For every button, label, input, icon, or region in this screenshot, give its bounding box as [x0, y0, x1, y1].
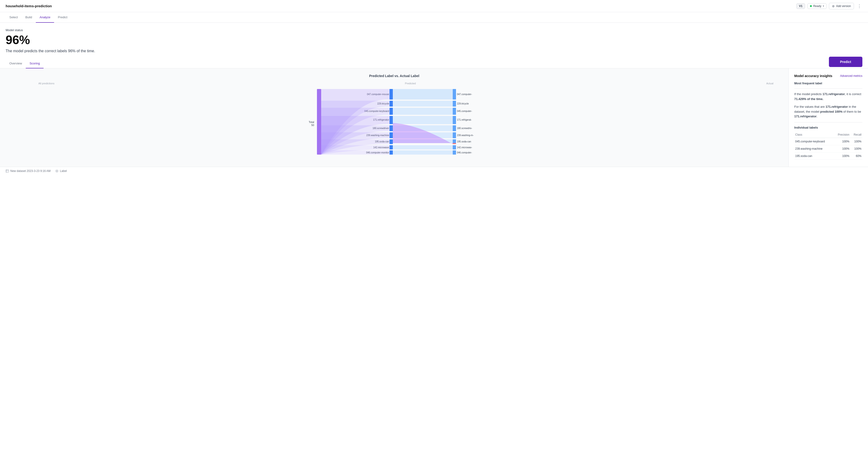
precision-cell: 100%	[834, 152, 850, 160]
model-status-label: Model status	[6, 28, 862, 32]
col-header-recall: Recall	[850, 132, 862, 138]
panel-header: Model accuracy insights Advanced metrics	[794, 74, 862, 78]
precision-cell: 100%	[834, 138, 850, 145]
nav-tabs: Select Build Analyze Predict	[0, 12, 868, 23]
model-description: The model predicts the correct labels 96…	[6, 49, 862, 53]
table-row: 239.washing-machine 100% 100%	[794, 145, 862, 152]
add-version-label: Add version	[836, 4, 851, 8]
svg-text:171.refrigerat-: 171.refrigerat-	[457, 119, 472, 121]
table-row: 195.soda-can 100% 60%	[794, 152, 862, 160]
top-right-controls: V1 Ready ▾ ⊕ Add version ⋮	[796, 3, 862, 9]
svg-rect-9	[390, 116, 393, 124]
recall-cell: 100%	[850, 145, 862, 152]
svg-rect-7	[390, 108, 393, 115]
sub-tab-scoring[interactable]: Scoring	[26, 59, 43, 68]
status-label: Ready	[813, 4, 822, 8]
advanced-metrics-link[interactable]: Advanced metrics	[840, 74, 862, 78]
table-row: 045.computer-keyboard 100% 100%	[794, 138, 862, 145]
svg-rect-11	[390, 125, 393, 131]
app-title: household-items-prediction	[6, 4, 52, 8]
status-dot	[810, 5, 812, 7]
top-bar: household-items-prediction V1 Ready ▾ ⊕ …	[0, 0, 868, 12]
footer-dataset: New dataset 2023-3-23 9:16 AM	[6, 169, 51, 173]
svg-text:50: 50	[311, 124, 314, 126]
svg-text:195.soda-can: 195.soda-can	[457, 140, 471, 143]
footer-dataset-label: New dataset 2023-3-23 9:16 AM	[10, 169, 51, 173]
most-frequent-label-title: Most frequent label	[794, 82, 862, 85]
model-status-section: Model status 96% The model predicts the …	[0, 23, 868, 58]
svg-rect-34	[453, 143, 456, 144]
svg-point-44	[56, 171, 57, 172]
footer-target: Label	[55, 169, 67, 173]
chart-column-labels: All predictions Predicted Actual	[6, 82, 783, 87]
sub-tab-overview[interactable]: Overview	[6, 59, 26, 68]
svg-text:180.screwdriv-: 180.screwdriv-	[457, 127, 472, 129]
precision-cell: 100%	[834, 145, 850, 152]
svg-text:142.microwav-: 142.microwav-	[457, 146, 472, 149]
divider-1	[794, 88, 862, 89]
content-wrapper: Model status 96% The model predicts the …	[0, 23, 868, 175]
dataset-icon	[6, 169, 9, 173]
svg-text:229.tricycle: 229.tricycle	[457, 102, 469, 105]
panel-title: Model accuracy insights	[794, 74, 832, 78]
svg-rect-31	[453, 132, 456, 138]
status-pill[interactable]: Ready ▾	[807, 3, 827, 9]
tab-predict[interactable]: Predict	[54, 12, 71, 23]
sankey-chart: Total 50 047.computer-mouse 229.tricycle…	[6, 87, 783, 157]
svg-rect-33	[453, 139, 456, 143]
svg-rect-0	[317, 89, 321, 155]
svg-text:046.computer-: 046.computer-	[457, 151, 472, 154]
svg-rect-15	[390, 139, 393, 144]
svg-rect-36	[453, 145, 456, 149]
svg-rect-38	[453, 150, 456, 155]
right-panel: Model accuracy insights Advanced metrics…	[788, 68, 868, 167]
svg-text:045.computer-: 045.computer-	[457, 110, 472, 113]
tab-analyze[interactable]: Analyze	[36, 12, 54, 23]
col-actual: Actual	[766, 82, 773, 85]
class-cell: 195.soda-can	[794, 152, 834, 160]
insight-text-1: If the model predicts 171.refrigerator, …	[794, 92, 862, 102]
svg-rect-3	[390, 89, 393, 99]
version-badge[interactable]: V1	[796, 3, 805, 9]
target-icon	[55, 169, 59, 173]
model-accuracy: 96%	[6, 33, 862, 47]
main-content: Predicted Label vs. Actual Label All pre…	[0, 68, 868, 167]
col-header-class: Class	[794, 132, 834, 138]
plus-circle-icon: ⊕	[832, 4, 835, 8]
col-predicted: Predicted	[405, 82, 416, 85]
svg-rect-23	[453, 101, 456, 107]
svg-text:Total: Total	[309, 121, 314, 123]
class-cell: 239.washing-machine	[794, 145, 834, 152]
svg-rect-27	[453, 116, 456, 124]
footer-target-label: Label	[60, 169, 67, 173]
svg-rect-19	[390, 150, 393, 155]
recall-cell: 100%	[850, 138, 862, 145]
chart-area: Predicted Label vs. Actual Label All pre…	[0, 68, 788, 167]
class-cell: 045.computer-keyboard	[794, 138, 834, 145]
svg-rect-5	[390, 101, 393, 107]
col-header-precision: Precision	[834, 132, 850, 138]
svg-rect-17	[390, 145, 393, 149]
svg-rect-25	[453, 108, 456, 115]
tab-build[interactable]: Build	[22, 12, 36, 23]
chevron-down-icon: ▾	[823, 5, 824, 7]
labels-table: Class Precision Recall 045.computer-keyb…	[794, 132, 862, 160]
col-all-predictions: All predictions	[38, 82, 54, 85]
recall-cell: 60%	[850, 152, 862, 160]
svg-rect-40	[6, 170, 9, 172]
chart-title: Predicted Label vs. Actual Label	[6, 74, 783, 78]
predict-button-top[interactable]: Predict	[829, 57, 862, 67]
add-version-button[interactable]: ⊕ Add version	[829, 3, 854, 9]
tab-select[interactable]: Select	[6, 12, 22, 23]
more-options-icon[interactable]: ⋮	[856, 3, 862, 9]
individual-labels-title: Individual labels	[794, 126, 862, 129]
svg-rect-13	[390, 132, 393, 138]
sub-tabs: Overview Scoring	[0, 59, 868, 68]
svg-text:047.computer-: 047.computer-	[457, 93, 472, 96]
insight-text-2: For the values that are 171.refrigerator…	[794, 104, 862, 119]
svg-rect-29	[453, 125, 456, 131]
svg-rect-21	[453, 89, 456, 99]
footer: New dataset 2023-3-23 9:16 AM Label	[0, 167, 868, 175]
svg-text:239.washing-m-: 239.washing-m-	[457, 134, 473, 137]
